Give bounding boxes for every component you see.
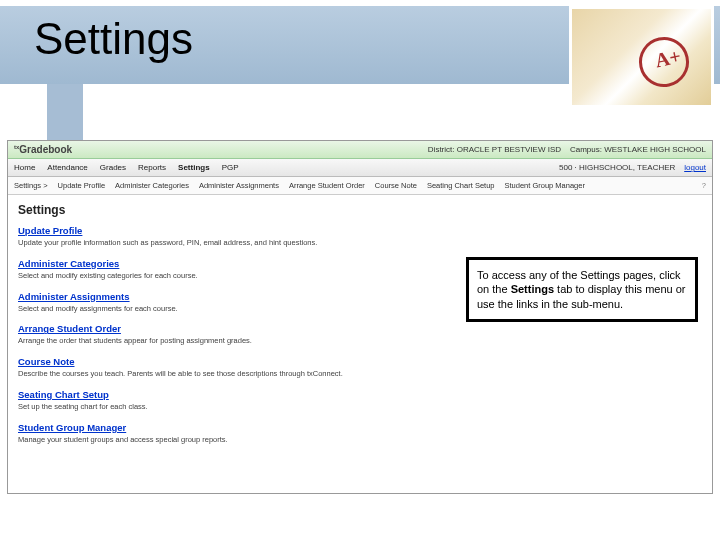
- desc-update-profile: Update your profile information such as …: [18, 238, 388, 248]
- app-topbar: txGradebook District: ORACLE PT BESTVIEW…: [8, 141, 712, 159]
- desc-arrange-student-order: Arrange the order that students appear f…: [18, 336, 388, 346]
- nav-home[interactable]: Home: [14, 163, 35, 172]
- section-course-note: Course Note Describe the courses you tea…: [18, 356, 388, 379]
- logout-link[interactable]: logout: [684, 163, 706, 172]
- instruction-callout: To access any of the Settings pages, cli…: [466, 257, 698, 322]
- gradebook-app: txGradebook District: ORACLE PT BESTVIEW…: [7, 140, 713, 494]
- subnav-update-profile[interactable]: Update Profile: [58, 181, 106, 190]
- accent-bar: [47, 84, 83, 140]
- link-administer-categories[interactable]: Administer Categories: [18, 258, 119, 269]
- nav-reports[interactable]: Reports: [138, 163, 166, 172]
- app-context: District: ORACLE PT BESTVIEW ISD Campus:…: [428, 145, 706, 154]
- user-context: 500 · HIGHSCHOOL, TEACHER: [559, 163, 675, 172]
- desc-course-note: Describe the courses you teach. Parents …: [18, 369, 388, 379]
- section-administer-categories: Administer Categories Select and modify …: [18, 258, 388, 281]
- decorative-photo: [569, 6, 714, 108]
- main-nav: Home Attendance Grades Reports Settings …: [8, 159, 712, 177]
- help-icon[interactable]: ?: [702, 181, 706, 190]
- section-update-profile: Update Profile Update your profile infor…: [18, 225, 388, 248]
- link-arrange-student-order[interactable]: Arrange Student Order: [18, 323, 121, 334]
- nav-pgp[interactable]: PGP: [222, 163, 239, 172]
- section-student-group-manager: Student Group Manager Manage your studen…: [18, 422, 388, 445]
- section-administer-assignments: Administer Assignments Select and modify…: [18, 291, 388, 314]
- link-course-note[interactable]: Course Note: [18, 356, 74, 367]
- sub-nav: Settings > Update Profile Administer Cat…: [8, 177, 712, 195]
- subnav-arrange-student-order[interactable]: Arrange Student Order: [289, 181, 365, 190]
- settings-content: Settings Update Profile Update your prof…: [8, 195, 712, 462]
- desc-student-group-manager: Manage your student groups and access sp…: [18, 435, 388, 445]
- desc-seating-chart-setup: Set up the seating chart for each class.: [18, 402, 388, 412]
- link-student-group-manager[interactable]: Student Group Manager: [18, 422, 126, 433]
- desc-administer-categories: Select and modify existing categories fo…: [18, 271, 388, 281]
- link-seating-chart-setup[interactable]: Seating Chart Setup: [18, 389, 109, 400]
- nav-attendance[interactable]: Attendance: [47, 163, 87, 172]
- desc-administer-assignments: Select and modify assignments for each c…: [18, 304, 388, 314]
- nav-grades[interactable]: Grades: [100, 163, 126, 172]
- app-logo: txGradebook: [14, 144, 72, 155]
- subnav-student-group-manager[interactable]: Student Group Manager: [504, 181, 584, 190]
- subnav-administer-assignments[interactable]: Administer Assignments: [199, 181, 279, 190]
- section-seating-chart-setup: Seating Chart Setup Set up the seating c…: [18, 389, 388, 412]
- slide-title: Settings: [34, 14, 193, 64]
- subnav-seating-chart-setup[interactable]: Seating Chart Setup: [427, 181, 495, 190]
- subnav-root: Settings >: [14, 181, 48, 190]
- section-arrange-student-order: Arrange Student Order Arrange the order …: [18, 323, 388, 346]
- subnav-course-note[interactable]: Course Note: [375, 181, 417, 190]
- page-heading: Settings: [18, 203, 702, 217]
- subnav-administer-categories[interactable]: Administer Categories: [115, 181, 189, 190]
- link-update-profile[interactable]: Update Profile: [18, 225, 82, 236]
- link-administer-assignments[interactable]: Administer Assignments: [18, 291, 130, 302]
- nav-settings[interactable]: Settings: [178, 163, 210, 172]
